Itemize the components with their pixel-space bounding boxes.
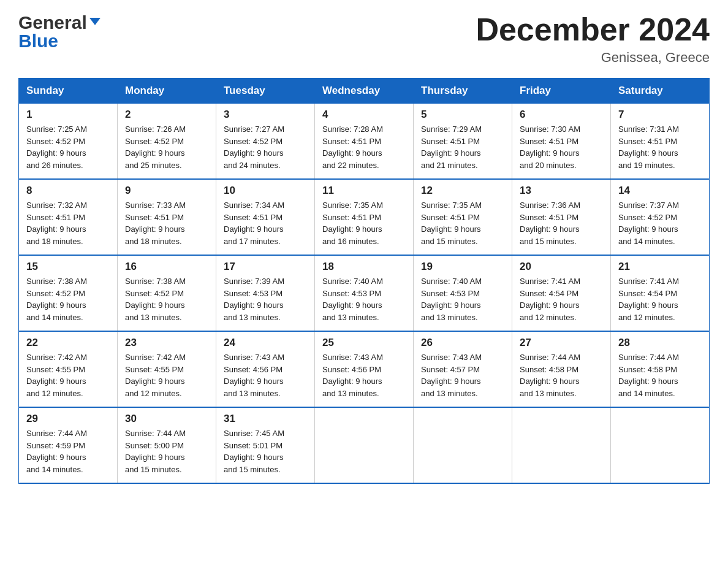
day-number: 22 xyxy=(26,337,110,349)
day-info: Sunrise: 7:28 AM Sunset: 4:51 PM Dayligh… xyxy=(322,123,406,171)
day-info: Sunrise: 7:43 AM Sunset: 4:57 PM Dayligh… xyxy=(421,351,504,399)
day-info: Sunrise: 7:26 AM Sunset: 4:52 PM Dayligh… xyxy=(125,123,208,171)
day-info: Sunrise: 7:35 AM Sunset: 4:51 PM Dayligh… xyxy=(322,199,406,247)
day-info: Sunrise: 7:45 AM Sunset: 5:01 PM Dayligh… xyxy=(224,427,307,475)
day-info: Sunrise: 7:37 AM Sunset: 4:52 PM Dayligh… xyxy=(618,199,702,247)
calendar-header: SundayMondayTuesdayWednesdayThursdayFrid… xyxy=(19,79,710,104)
header-cell-monday: Monday xyxy=(118,79,216,104)
header-cell-friday: Friday xyxy=(512,79,611,104)
day-cell-23: 23 Sunrise: 7:42 AM Sunset: 4:55 PM Dayl… xyxy=(118,331,216,407)
day-info: Sunrise: 7:44 AM Sunset: 4:58 PM Dayligh… xyxy=(520,351,603,399)
day-info: Sunrise: 7:44 AM Sunset: 4:59 PM Dayligh… xyxy=(26,427,110,475)
day-number: 26 xyxy=(421,337,504,349)
day-number: 11 xyxy=(322,185,406,197)
day-cell-6: 6 Sunrise: 7:30 AM Sunset: 4:51 PM Dayli… xyxy=(512,104,611,180)
day-number: 27 xyxy=(520,337,603,349)
month-title: December 2024 xyxy=(476,12,710,47)
day-number: 5 xyxy=(421,109,504,121)
day-info: Sunrise: 7:44 AM Sunset: 4:58 PM Dayligh… xyxy=(618,351,702,399)
day-cell-17: 17 Sunrise: 7:39 AM Sunset: 4:53 PM Dayl… xyxy=(216,255,315,331)
day-info: Sunrise: 7:40 AM Sunset: 4:53 PM Dayligh… xyxy=(421,275,504,323)
day-number: 29 xyxy=(26,413,110,425)
day-number: 16 xyxy=(125,261,208,273)
location-label: Genissea, Greece xyxy=(476,50,710,66)
logo-arrow-icon xyxy=(89,17,100,30)
day-number: 28 xyxy=(618,337,702,349)
header-cell-sunday: Sunday xyxy=(19,79,118,104)
day-number: 19 xyxy=(421,261,504,273)
day-info: Sunrise: 7:33 AM Sunset: 4:51 PM Dayligh… xyxy=(125,199,208,247)
day-cell-19: 19 Sunrise: 7:40 AM Sunset: 4:53 PM Dayl… xyxy=(414,255,512,331)
day-cell-12: 12 Sunrise: 7:35 AM Sunset: 4:51 PM Dayl… xyxy=(414,179,512,255)
day-cell-28: 28 Sunrise: 7:44 AM Sunset: 4:58 PM Dayl… xyxy=(611,331,710,407)
day-number: 24 xyxy=(224,337,307,349)
header-cell-wednesday: Wednesday xyxy=(315,79,414,104)
day-number: 18 xyxy=(322,261,406,273)
calendar-table: SundayMondayTuesdayWednesdayThursdayFrid… xyxy=(18,78,710,484)
day-cell-27: 27 Sunrise: 7:44 AM Sunset: 4:58 PM Dayl… xyxy=(512,331,611,407)
day-number: 1 xyxy=(26,109,110,121)
day-cell-29: 29 Sunrise: 7:44 AM Sunset: 4:59 PM Dayl… xyxy=(19,407,118,483)
logo-general-text: General xyxy=(18,12,87,33)
day-number: 14 xyxy=(618,185,702,197)
week-row-4: 22 Sunrise: 7:42 AM Sunset: 4:55 PM Dayl… xyxy=(19,331,710,407)
day-cell-2: 2 Sunrise: 7:26 AM Sunset: 4:52 PM Dayli… xyxy=(118,104,216,180)
day-number: 2 xyxy=(125,109,208,121)
day-number: 21 xyxy=(618,261,702,273)
day-cell-4: 4 Sunrise: 7:28 AM Sunset: 4:51 PM Dayli… xyxy=(315,104,414,180)
title-section: December 2024 Genissea, Greece xyxy=(476,12,710,66)
day-cell-22: 22 Sunrise: 7:42 AM Sunset: 4:55 PM Dayl… xyxy=(19,331,118,407)
day-number: 9 xyxy=(125,185,208,197)
header-cell-saturday: Saturday xyxy=(611,79,710,104)
svg-marker-0 xyxy=(89,18,100,25)
day-cell-25: 25 Sunrise: 7:43 AM Sunset: 4:56 PM Dayl… xyxy=(315,331,414,407)
day-number: 17 xyxy=(224,261,307,273)
day-info: Sunrise: 7:32 AM Sunset: 4:51 PM Dayligh… xyxy=(26,199,110,247)
day-info: Sunrise: 7:25 AM Sunset: 4:52 PM Dayligh… xyxy=(26,123,110,171)
day-info: Sunrise: 7:43 AM Sunset: 4:56 PM Dayligh… xyxy=(322,351,406,399)
day-cell-3: 3 Sunrise: 7:27 AM Sunset: 4:52 PM Dayli… xyxy=(216,104,315,180)
day-info: Sunrise: 7:36 AM Sunset: 4:51 PM Dayligh… xyxy=(520,199,603,247)
day-info: Sunrise: 7:35 AM Sunset: 4:51 PM Dayligh… xyxy=(421,199,504,247)
day-number: 23 xyxy=(125,337,208,349)
day-cell-24: 24 Sunrise: 7:43 AM Sunset: 4:56 PM Dayl… xyxy=(216,331,315,407)
page-header: General Blue December 2024 Genissea, Gre… xyxy=(18,12,710,66)
empty-cell xyxy=(512,407,611,483)
day-cell-20: 20 Sunrise: 7:41 AM Sunset: 4:54 PM Dayl… xyxy=(512,255,611,331)
week-row-1: 1 Sunrise: 7:25 AM Sunset: 4:52 PM Dayli… xyxy=(19,104,710,180)
day-info: Sunrise: 7:29 AM Sunset: 4:51 PM Dayligh… xyxy=(421,123,504,171)
day-number: 3 xyxy=(224,109,307,121)
day-cell-16: 16 Sunrise: 7:38 AM Sunset: 4:52 PM Dayl… xyxy=(118,255,216,331)
calendar-body: 1 Sunrise: 7:25 AM Sunset: 4:52 PM Dayli… xyxy=(19,104,710,484)
day-number: 7 xyxy=(618,109,702,121)
day-number: 31 xyxy=(224,413,307,425)
empty-cell xyxy=(414,407,512,483)
day-info: Sunrise: 7:39 AM Sunset: 4:53 PM Dayligh… xyxy=(224,275,307,323)
day-cell-9: 9 Sunrise: 7:33 AM Sunset: 4:51 PM Dayli… xyxy=(118,179,216,255)
day-number: 13 xyxy=(520,185,603,197)
day-cell-15: 15 Sunrise: 7:38 AM Sunset: 4:52 PM Dayl… xyxy=(19,255,118,331)
day-number: 25 xyxy=(322,337,406,349)
day-info: Sunrise: 7:27 AM Sunset: 4:52 PM Dayligh… xyxy=(224,123,307,171)
header-row: SundayMondayTuesdayWednesdayThursdayFrid… xyxy=(19,79,710,104)
day-info: Sunrise: 7:42 AM Sunset: 4:55 PM Dayligh… xyxy=(125,351,208,399)
logo-blue-text: Blue xyxy=(18,31,58,52)
day-number: 12 xyxy=(421,185,504,197)
week-row-2: 8 Sunrise: 7:32 AM Sunset: 4:51 PM Dayli… xyxy=(19,179,710,255)
header-cell-tuesday: Tuesday xyxy=(216,79,315,104)
day-info: Sunrise: 7:38 AM Sunset: 4:52 PM Dayligh… xyxy=(125,275,208,323)
day-number: 8 xyxy=(26,185,110,197)
day-cell-18: 18 Sunrise: 7:40 AM Sunset: 4:53 PM Dayl… xyxy=(315,255,414,331)
day-cell-5: 5 Sunrise: 7:29 AM Sunset: 4:51 PM Dayli… xyxy=(414,104,512,180)
day-number: 15 xyxy=(26,261,110,273)
day-cell-1: 1 Sunrise: 7:25 AM Sunset: 4:52 PM Dayli… xyxy=(19,104,118,180)
empty-cell xyxy=(315,407,414,483)
day-cell-14: 14 Sunrise: 7:37 AM Sunset: 4:52 PM Dayl… xyxy=(611,179,710,255)
day-info: Sunrise: 7:41 AM Sunset: 4:54 PM Dayligh… xyxy=(520,275,603,323)
day-cell-30: 30 Sunrise: 7:44 AM Sunset: 5:00 PM Dayl… xyxy=(118,407,216,483)
day-info: Sunrise: 7:40 AM Sunset: 4:53 PM Dayligh… xyxy=(322,275,406,323)
day-info: Sunrise: 7:41 AM Sunset: 4:54 PM Dayligh… xyxy=(618,275,702,323)
day-cell-26: 26 Sunrise: 7:43 AM Sunset: 4:57 PM Dayl… xyxy=(414,331,512,407)
day-number: 10 xyxy=(224,185,307,197)
day-number: 4 xyxy=(322,109,406,121)
